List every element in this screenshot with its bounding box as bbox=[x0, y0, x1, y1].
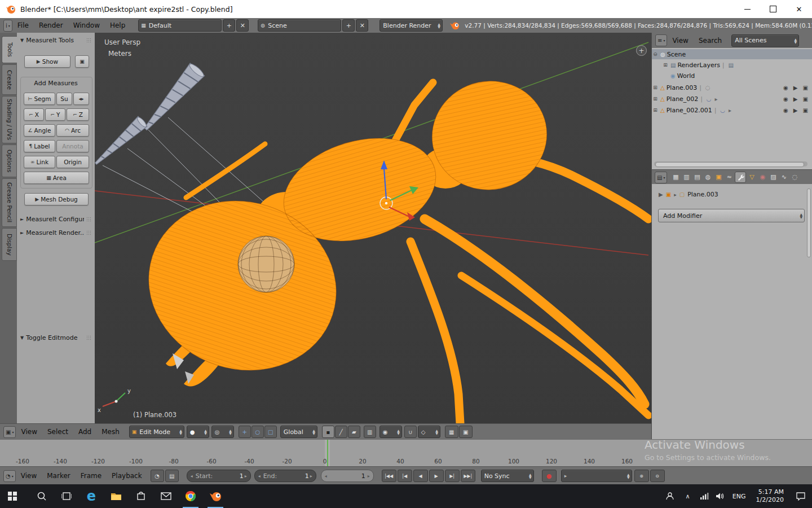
selectability-cursor-icon[interactable]: ▶ bbox=[793, 107, 798, 113]
proportional-edit-selector[interactable]: ◉ ▲▼ bbox=[379, 426, 402, 438]
viewport-canvas[interactable]: y x bbox=[95, 33, 651, 423]
store-button[interactable] bbox=[129, 484, 153, 508]
delete-layout-button[interactable]: ✕ bbox=[236, 19, 249, 32]
measure-label-button[interactable]: ¶ Label bbox=[24, 140, 55, 152]
screen-layout-selector[interactable]: ▦ Default bbox=[138, 19, 222, 32]
menu-window[interactable]: Window bbox=[68, 21, 105, 29]
timeline-editor-icon[interactable]: ◔▾ bbox=[3, 470, 16, 482]
tree-row-plane-002[interactable]: ⊞ △ Plane_002 | ◡ ▸ ◉ ▶ ▣ bbox=[652, 94, 812, 104]
render-camera-icon[interactable]: ▣ bbox=[803, 107, 808, 113]
people-button[interactable] bbox=[660, 484, 679, 508]
expand-icon[interactable]: ⊞ bbox=[652, 107, 659, 113]
tab-particles-icon[interactable]: ∿ bbox=[779, 172, 789, 182]
render-camera-icon[interactable]: ▣ bbox=[803, 96, 808, 102]
action-center-button[interactable] bbox=[789, 484, 812, 508]
expand-icon[interactable]: ⊞ bbox=[652, 96, 659, 102]
mesh-debug-button[interactable]: ▶ Mesh Debug bbox=[24, 193, 89, 205]
collapse-icon[interactable]: ⊖ bbox=[652, 51, 659, 57]
tree-row-scene[interactable]: ⊖ ◍ Scene bbox=[652, 49, 812, 59]
view3d-editor-icon[interactable]: ▣▾ bbox=[3, 426, 16, 438]
viewport-3d[interactable]: y x User Persp Meters (1) Plane.003 + bbox=[95, 33, 651, 423]
vertex-select-icon[interactable]: ▪ bbox=[322, 426, 334, 438]
measure-x-button[interactable]: ⌐ X bbox=[24, 108, 44, 121]
tab-render-layers-icon[interactable]: ▥ bbox=[681, 172, 691, 182]
delete-keyframe-button[interactable]: ⊖ bbox=[650, 470, 665, 482]
measureit-configuration-panel[interactable]: ► MeasureIt Configura... bbox=[20, 216, 91, 223]
menu-help[interactable]: Help bbox=[105, 21, 130, 29]
measure-segment-button[interactable]: ⊢ Segm bbox=[24, 93, 55, 105]
snap-magnet-icon[interactable]: ∪ bbox=[404, 426, 417, 438]
tree-row-renderlayers[interactable]: ⊞ ▤ RenderLayers | ▤ bbox=[652, 60, 812, 70]
orientation-selector[interactable]: Global ▲▼ bbox=[280, 426, 317, 438]
measureit-show-button[interactable]: ▶ Show bbox=[24, 55, 70, 68]
selectability-cursor-icon[interactable]: ▶ bbox=[793, 85, 798, 91]
volume-button[interactable] bbox=[712, 484, 728, 508]
screw-object-2[interactable] bbox=[95, 116, 148, 169]
measure-origin-button[interactable]: Origin bbox=[56, 156, 89, 168]
delete-scene-button[interactable]: ✕ bbox=[356, 19, 368, 32]
selectability-cursor-icon[interactable]: ▶ bbox=[793, 96, 798, 102]
tab-material-icon[interactable]: ◉ bbox=[757, 172, 767, 182]
increment-icon[interactable]: ▸ bbox=[244, 474, 248, 479]
measure-annotate-button[interactable]: Annota bbox=[56, 140, 89, 152]
play-reverse-button[interactable]: ◀ bbox=[413, 470, 428, 482]
menu-render[interactable]: Render bbox=[34, 21, 68, 29]
outliner-menu-view[interactable]: View bbox=[667, 37, 693, 45]
decrement-icon[interactable]: ◂ bbox=[189, 474, 194, 479]
tab-scene-icon[interactable]: ▤ bbox=[692, 172, 702, 182]
measure-y-button[interactable]: ⌐ Y bbox=[45, 108, 65, 121]
preview-range-icon[interactable]: ◔ bbox=[151, 470, 164, 482]
jump-to-end-button[interactable]: ▶▶| bbox=[461, 470, 475, 482]
frame-lock-icon[interactable]: ▤ bbox=[165, 470, 179, 482]
outliner-editor-icon[interactable]: ≡▾ bbox=[655, 34, 667, 46]
manipulator-scale-icon[interactable]: □ bbox=[264, 426, 277, 438]
mode-selector[interactable]: ▣ Edit Mode ▲▼ bbox=[129, 426, 184, 438]
maximize-button[interactable] bbox=[760, 0, 786, 18]
tree-row-plane-002-001[interactable]: ⊞ △ Plane_002.001 | ◡ ▸ ◉ ▶ ▣ bbox=[652, 105, 812, 115]
measure-area-button[interactable]: ▦ Area bbox=[24, 172, 89, 184]
manipulator-rotate-icon[interactable]: ○ bbox=[251, 426, 264, 438]
viewport-shading-selector[interactable]: ● ▲▼ bbox=[187, 426, 209, 438]
end-frame-field[interactable]: ◂ End: 1 ▸ bbox=[254, 470, 316, 482]
tab-create[interactable]: Create bbox=[2, 64, 17, 95]
blender-taskbar-button[interactable] bbox=[203, 484, 228, 508]
measure-arc-button[interactable]: ◠ Arc bbox=[56, 124, 89, 137]
tab-grease-pencil[interactable]: Grease Pencil bbox=[2, 178, 17, 227]
sum-color-stepper[interactable]: ◂▸ bbox=[73, 93, 89, 105]
auto-keyframe-record-button[interactable]: ● bbox=[542, 470, 557, 482]
expand-icon[interactable]: ⊞ bbox=[652, 85, 659, 90]
clock[interactable]: 5:17 AM 1/2/2020 bbox=[751, 488, 789, 504]
current-frame-playhead[interactable] bbox=[327, 440, 328, 467]
panel-drag-dots-icon[interactable] bbox=[86, 230, 91, 235]
chrome-button[interactable] bbox=[178, 484, 203, 508]
menu-file[interactable]: File bbox=[12, 21, 34, 29]
view3d-menu-add[interactable]: Add bbox=[73, 428, 96, 436]
play-button[interactable]: ▶ bbox=[429, 470, 444, 482]
add-modifier-dropdown[interactable]: Add Modifier ▲▼ bbox=[658, 209, 805, 222]
scrollbar-thumb[interactable] bbox=[655, 162, 804, 167]
properties-editor-icon[interactable]: ▤▾ bbox=[655, 172, 667, 183]
minimize-button[interactable] bbox=[734, 0, 760, 18]
panel-drag-dots-icon[interactable] bbox=[86, 217, 91, 222]
task-view-button[interactable] bbox=[54, 484, 79, 508]
edge-select-icon[interactable]: ╱ bbox=[335, 426, 347, 438]
view3d-menu-mesh[interactable]: Mesh bbox=[96, 428, 125, 436]
start-frame-field[interactable]: ◂ Start: 1 ▸ bbox=[187, 470, 251, 482]
language-indicator[interactable]: ENG bbox=[728, 484, 751, 508]
screw-object-1[interactable] bbox=[138, 62, 205, 135]
timeline-ruler[interactable]: -160 -140 -120 -100 -80 -60 -40 -20 0 20… bbox=[0, 439, 812, 467]
increment-icon[interactable]: ▸ bbox=[309, 474, 314, 479]
render-engine-selector[interactable]: Blender Render ▲▼ bbox=[379, 19, 443, 32]
timeline-menu-marker[interactable]: Marker bbox=[42, 472, 75, 480]
tab-modifiers-icon[interactable] bbox=[735, 172, 746, 183]
tab-data-icon[interactable]: ▽ bbox=[747, 172, 757, 182]
tab-options[interactable]: Options bbox=[2, 144, 17, 177]
edge-button[interactable]: e bbox=[79, 484, 104, 508]
tab-constraints-icon[interactable]: ≈ bbox=[724, 172, 734, 182]
network-button[interactable] bbox=[696, 484, 712, 508]
region-expand-icon[interactable]: + bbox=[636, 45, 647, 56]
tab-world-icon[interactable]: ◍ bbox=[703, 172, 713, 182]
tab-physics-icon[interactable]: ◌ bbox=[789, 172, 800, 182]
view3d-menu-view[interactable]: View bbox=[16, 428, 42, 436]
panel-drag-dots-icon[interactable] bbox=[86, 38, 91, 43]
